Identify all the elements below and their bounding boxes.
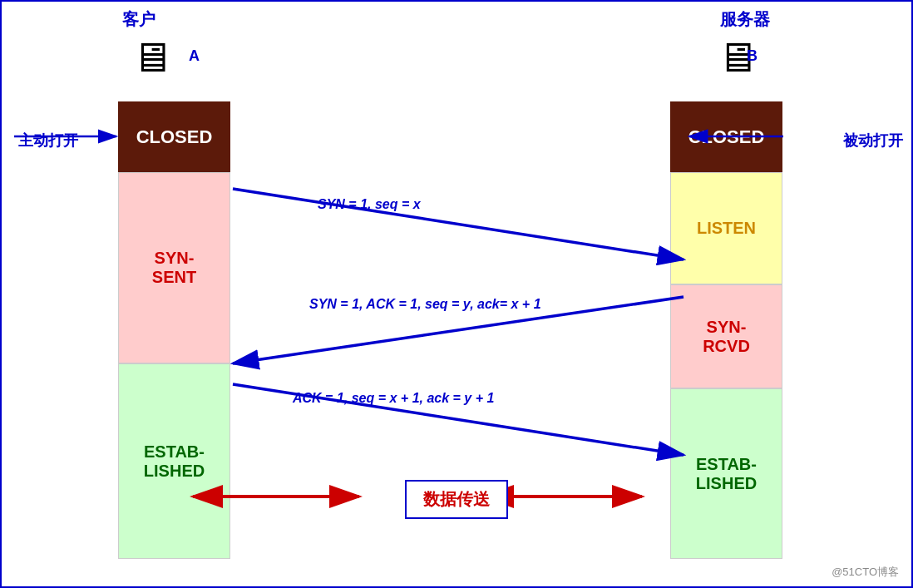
client-established-box: ESTAB-LISHED bbox=[118, 363, 230, 559]
client-computer-icon: 🖥 bbox=[131, 33, 172, 82]
syn-arrow bbox=[233, 189, 684, 259]
server-syn-rcvd-box: SYN-RCVD bbox=[670, 284, 782, 388]
server-established-box: ESTAB-LISHED bbox=[670, 388, 782, 559]
data-transfer-box: 数据传送 bbox=[405, 480, 508, 519]
passive-open-label: 被动打开 bbox=[843, 131, 903, 151]
client-syn-sent-box: SYN-SENT bbox=[118, 172, 230, 363]
diagram-container: 客户 服务器 🖥 🖥 A B CLOSED SYN-SENT ESTAB-LIS… bbox=[0, 0, 913, 588]
syn-ack-label: SYN = 1, ACK = 1, seq = y, ack= x + 1 bbox=[309, 297, 541, 312]
client-letter: A bbox=[189, 47, 200, 65]
ack-label: ACK = 1, seq = x + 1, ack = y + 1 bbox=[293, 391, 494, 406]
client-closed-box: CLOSED bbox=[118, 101, 230, 172]
client-label: 客户 bbox=[122, 8, 155, 31]
server-closed-box: CLOSED bbox=[670, 101, 782, 172]
server-letter: B bbox=[747, 47, 758, 65]
server-label: 服务器 bbox=[720, 8, 770, 31]
active-open-label: 主动打开 bbox=[18, 131, 78, 151]
server-listen-box: LISTEN bbox=[670, 172, 782, 284]
watermark: @51CTO博客 bbox=[832, 565, 899, 580]
syn-label: SYN = 1, seq = x bbox=[318, 197, 421, 212]
